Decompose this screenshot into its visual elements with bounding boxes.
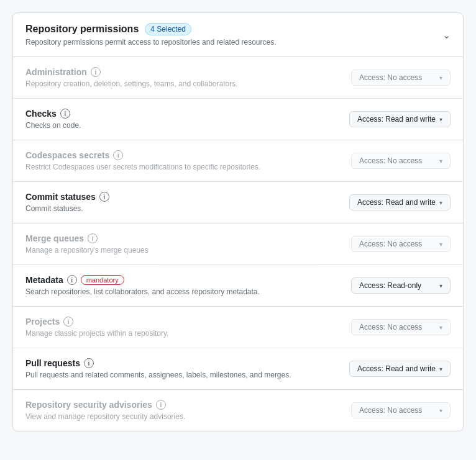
perm-description: Manage classic projects within a reposit… (25, 329, 324, 338)
card-header: Repository permissions 4 Selected Reposi… (13, 13, 463, 57)
permission-row-metadata: MetadataimandatorySearch repositories, l… (13, 265, 463, 307)
permission-row-merge-queues: Merge queuesiManage a repository's merge… (13, 223, 463, 265)
info-icon[interactable]: i (60, 109, 70, 119)
mandatory-badge: mandatory (81, 275, 124, 285)
access-dropdown-repository-security-advisories[interactable]: Access: No access▾ (351, 402, 451, 418)
perm-description: Checks on code. (25, 121, 324, 130)
access-label: Access: Read-only (359, 281, 421, 290)
perm-title: Projects (25, 317, 60, 327)
access-label: Access: Read and write (357, 198, 436, 207)
chevron-down-icon: ▾ (439, 158, 442, 165)
permission-row-projects: ProjectsiManage classic projects within … (13, 307, 463, 348)
info-icon[interactable]: i (84, 358, 94, 368)
perm-left: MetadataimandatorySearch repositories, l… (25, 275, 324, 296)
access-label: Access: No access (359, 73, 422, 82)
chevron-down-icon: ▾ (439, 199, 442, 206)
info-icon[interactable]: i (99, 192, 109, 202)
perm-title: Administration (25, 67, 87, 77)
permission-row-checks: ChecksiChecks on code.Access: Read and w… (13, 99, 463, 140)
access-label: Access: No access (359, 406, 422, 415)
perm-title: Merge queues (25, 233, 84, 243)
selected-badge: 4 Selected (145, 23, 191, 35)
access-label: Access: No access (359, 323, 422, 331)
perm-left: ProjectsiManage classic projects within … (25, 317, 324, 338)
chevron-down-icon: ▾ (439, 116, 442, 123)
perm-description: Search repositories, list collaborators,… (25, 287, 324, 296)
perm-title-row: Metadataimandatory (25, 275, 324, 285)
perm-title: Metadata (25, 275, 63, 285)
perm-title-row: Codespaces secretsi (25, 150, 324, 160)
perm-title: Repository security advisories (25, 400, 152, 410)
info-icon[interactable]: i (113, 150, 123, 160)
access-dropdown-pull-requests[interactable]: Access: Read and write▾ (349, 361, 451, 377)
access-dropdown-merge-queues[interactable]: Access: No access▾ (351, 236, 451, 252)
permission-row-pull-requests: Pull requestsiPull requests and related … (13, 348, 463, 390)
perm-title-row: Repository security advisoriesi (25, 400, 324, 410)
permission-row-codespaces-secrets: Codespaces secretsiRestrict Codespaces u… (13, 140, 463, 182)
access-dropdown-projects[interactable]: Access: No access▾ (351, 319, 451, 335)
perm-description: Commit statuses. (25, 204, 324, 213)
perm-description: Pull requests and related comments, assi… (25, 371, 324, 379)
perm-left: Merge queuesiManage a repository's merge… (25, 233, 324, 255)
title-row: Repository permissions 4 Selected (25, 23, 277, 35)
repository-permissions-card: Repository permissions 4 Selected Reposi… (12, 12, 464, 431)
perm-left: Repository security advisoriesiView and … (25, 400, 324, 421)
card-subtitle: Repository permissions permit access to … (25, 38, 277, 47)
access-dropdown-commit-statuses[interactable]: Access: Read and write▾ (349, 194, 451, 210)
permissions-list: AdministrationiRepository creation, dele… (13, 57, 463, 431)
perm-title: Codespaces secrets (25, 150, 109, 160)
chevron-down-icon: ▾ (439, 407, 442, 414)
perm-left: Codespaces secretsiRestrict Codespaces u… (25, 150, 324, 171)
chevron-down-icon: ▾ (439, 366, 442, 372)
access-dropdown-codespaces-secrets[interactable]: Access: No access▾ (351, 153, 451, 169)
access-label: Access: Read and write (357, 364, 436, 373)
perm-description: View and manage repository security advi… (25, 412, 324, 421)
perm-title-row: Commit statusesi (25, 192, 324, 202)
chevron-down-icon: ▾ (439, 324, 442, 331)
info-icon[interactable]: i (91, 67, 101, 77)
card-header-left: Repository permissions 4 Selected Reposi… (25, 23, 277, 47)
permission-row-repository-security-advisories: Repository security advisoriesiView and … (13, 390, 463, 431)
access-dropdown-metadata[interactable]: Access: Read-only▾ (351, 277, 451, 294)
collapse-icon[interactable]: ⌄ (442, 29, 451, 41)
chevron-down-icon: ▾ (439, 74, 442, 81)
chevron-down-icon: ▾ (439, 241, 442, 248)
perm-left: ChecksiChecks on code. (25, 109, 324, 130)
perm-title-row: Pull requestsi (25, 358, 324, 368)
perm-left: AdministrationiRepository creation, dele… (25, 67, 324, 88)
card-title: Repository permissions (25, 24, 139, 35)
perm-title: Pull requests (25, 358, 80, 368)
perm-description: Repository creation, deletion, settings,… (25, 79, 324, 88)
access-label: Access: No access (359, 156, 422, 165)
access-dropdown-checks[interactable]: Access: Read and write▾ (349, 111, 451, 127)
perm-description: Restrict Codespaces user secrets modific… (25, 163, 324, 171)
access-label: Access: Read and write (357, 115, 436, 124)
info-icon[interactable]: i (156, 400, 166, 410)
permission-row-commit-statuses: Commit statusesiCommit statuses.Access: … (13, 182, 463, 223)
perm-title-row: Checksi (25, 109, 324, 119)
info-icon[interactable]: i (67, 275, 77, 285)
perm-left: Pull requestsiPull requests and related … (25, 358, 324, 379)
perm-title-row: Administrationi (25, 67, 324, 77)
info-icon[interactable]: i (88, 233, 98, 243)
perm-description: Manage a repository's merge queues (25, 246, 324, 255)
perm-title-row: Projectsi (25, 317, 324, 327)
perm-title-row: Merge queuesi (25, 233, 324, 243)
access-label: Access: No access (359, 240, 422, 248)
permission-row-administration: AdministrationiRepository creation, dele… (13, 57, 463, 99)
chevron-down-icon: ▾ (439, 282, 442, 289)
perm-title: Commit statuses (25, 192, 96, 202)
access-dropdown-administration[interactable]: Access: No access▾ (351, 70, 451, 86)
perm-left: Commit statusesiCommit statuses. (25, 192, 324, 213)
info-icon[interactable]: i (63, 317, 73, 327)
perm-title: Checks (25, 109, 57, 119)
